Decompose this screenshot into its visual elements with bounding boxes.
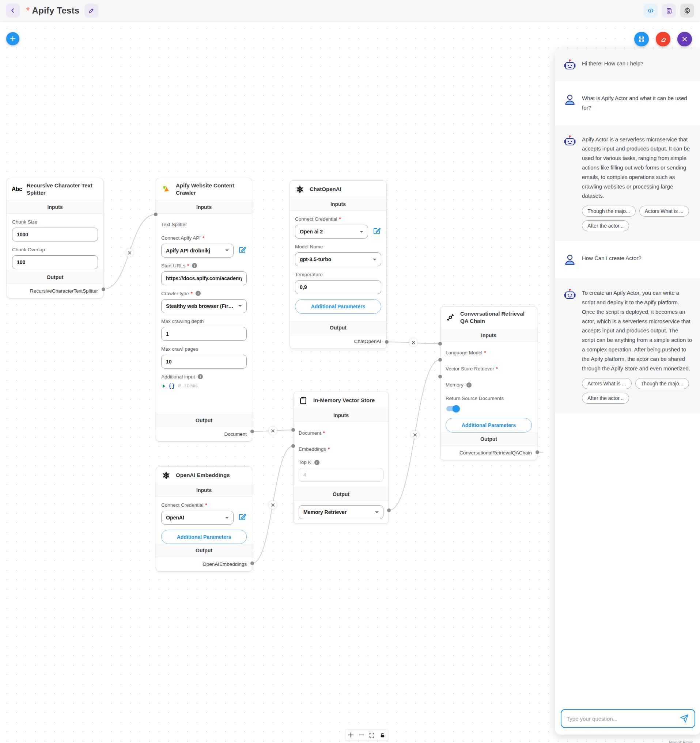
document-port-label: Document — [299, 430, 321, 436]
source-chip[interactable]: Though the majo... — [582, 206, 636, 217]
input-handle-language-model[interactable] — [438, 342, 442, 346]
send-message-button[interactable] — [679, 713, 690, 724]
input-handle-embeddings[interactable] — [291, 444, 295, 448]
zoom-in-button[interactable] — [347, 731, 355, 739]
lock-button[interactable] — [379, 731, 387, 739]
output-handle-memory-retriever[interactable] — [387, 509, 391, 512]
fit-view-button[interactable] — [368, 731, 376, 739]
save-icon — [666, 7, 673, 14]
chat-question-input[interactable] — [567, 716, 679, 722]
temperature-input[interactable] — [295, 280, 381, 294]
top-k-input[interactable] — [299, 468, 383, 482]
required-marker: * — [328, 446, 330, 452]
close-icon — [682, 36, 688, 42]
chunk-overlap-input[interactable] — [12, 255, 98, 269]
info-icon: i — [466, 382, 472, 388]
clear-chat-button[interactable] — [656, 32, 670, 46]
temperature-label: Temperature — [295, 272, 323, 277]
node-title: ChatOpenAI — [310, 186, 341, 193]
message-text: Hi there! How can I help? — [582, 59, 692, 68]
inputs-section-header: Inputs — [156, 201, 252, 214]
chat-input-area — [555, 709, 700, 735]
source-chip[interactable]: After the actor... — [582, 393, 629, 404]
max-crawl-pages-input[interactable] — [161, 355, 247, 369]
node-in-memory-vector-store[interactable]: In-Memory Vector Store Inputs Document* … — [293, 392, 389, 524]
vector-store-output-select[interactable]: Memory Retriever — [299, 505, 383, 519]
input-handle-document[interactable] — [291, 428, 295, 432]
plus-icon — [10, 36, 16, 41]
delete-edge-button[interactable] — [268, 501, 277, 509]
source-chip[interactable]: Though the majo... — [635, 378, 689, 389]
model-name-select[interactable]: gpt-3.5-turbo — [295, 252, 381, 266]
eraser-icon — [660, 36, 667, 43]
apify-api-credential-select[interactable]: Apify API drobnikj — [161, 244, 234, 258]
view-code-button[interactable] — [644, 4, 658, 18]
expand-chat-button[interactable] — [634, 32, 649, 46]
tree-expand-icon[interactable] — [163, 384, 165, 388]
reset-flow-link[interactable]: Reset Flow — [669, 740, 693, 743]
output-handle-conversationalretrievalqachain[interactable] — [535, 450, 539, 454]
output-handle-openaiembeddings[interactable] — [251, 561, 254, 565]
edit-title-button[interactable] — [85, 4, 98, 18]
start-urls-label: Start URLs — [161, 263, 185, 268]
node-recursive-character-text-splitter[interactable]: Abc Recursive Character Text Splitter In… — [7, 178, 104, 299]
delete-edge-button[interactable] — [125, 249, 133, 257]
edit-credential-button[interactable] — [238, 246, 247, 256]
close-chat-button[interactable] — [677, 32, 692, 46]
input-handle-text-splitter[interactable] — [154, 213, 157, 216]
zoom-out-button[interactable] — [357, 731, 366, 739]
chunk-size-input[interactable] — [12, 228, 98, 241]
fit-view-icon — [369, 733, 375, 738]
node-title: Conversational Retrieval QA Chain — [460, 310, 532, 325]
required-marker: * — [496, 366, 498, 372]
input-handle-memory[interactable] — [438, 375, 442, 379]
message-text: To create an Apify Actor, you can write … — [582, 288, 692, 373]
source-chip[interactable]: Actors What is ... — [639, 206, 689, 217]
flow-canvas[interactable]: Abc Recursive Character Text Splitter In… — [0, 21, 700, 743]
gear-icon — [684, 7, 691, 14]
pencil-icon — [88, 7, 95, 14]
delete-edge-button[interactable] — [411, 431, 419, 439]
chunk-size-label: Chunk Size — [12, 219, 37, 225]
node-apify-website-content-crawler[interactable]: Apify Website Content Crawler Inputs Tex… — [156, 178, 252, 442]
back-button[interactable] — [6, 4, 20, 18]
delete-edge-button[interactable] — [268, 427, 277, 435]
output-handle-document[interactable] — [251, 429, 254, 433]
output-anchor-label: RecursiveCharacterTextSplitter — [7, 284, 103, 298]
settings-button[interactable] — [680, 4, 694, 18]
edit-credential-button[interactable] — [238, 512, 247, 523]
chevron-down-icon — [225, 250, 229, 251]
output-handle-recursivecharactertextsplitter[interactable] — [102, 287, 105, 291]
edit-pencil-icon — [238, 512, 247, 521]
output-handle-chatopenai[interactable] — [385, 340, 389, 344]
node-conversational-retrieval-qa-chain[interactable]: Conversational Retrieval QA Chain Inputs… — [440, 306, 537, 460]
flow-title-text: Apify Tests — [32, 6, 80, 15]
apify-logo-icon — [161, 185, 171, 194]
max-crawling-depth-input[interactable] — [161, 327, 247, 341]
language-model-port-label: Language Model — [446, 350, 482, 355]
send-icon — [680, 714, 689, 723]
openai-credential-select[interactable]: Open ai 2 — [295, 225, 368, 238]
save-flow-button[interactable] — [662, 4, 676, 18]
add-node-button[interactable] — [6, 32, 19, 45]
user-message: How Can I create Actor? — [555, 241, 700, 278]
node-openai-embeddings[interactable]: OpenAI Embeddings Inputs Connect Credent… — [156, 466, 252, 572]
node-chatopenai[interactable]: ChatOpenAI Inputs Connect Credential* Op… — [289, 181, 387, 349]
additional-parameters-button[interactable]: Additional Parameters — [446, 418, 532, 432]
return-source-documents-toggle[interactable] — [446, 406, 459, 411]
source-chip[interactable]: After the actor... — [582, 220, 629, 231]
memory-card-icon — [299, 396, 308, 405]
start-urls-input[interactable] — [161, 271, 247, 285]
edit-credential-button[interactable] — [372, 226, 381, 237]
required-marker: * — [484, 350, 486, 355]
crawler-type-select[interactable]: Stealthy web browser (Firef... — [161, 299, 247, 313]
additional-input-json-tree[interactable]: {} 0 items — [161, 383, 247, 389]
chevron-down-icon — [373, 259, 377, 260]
source-chip[interactable]: Actors What is ... — [582, 378, 632, 389]
openai-credential-select[interactable]: OpenAI — [161, 511, 234, 525]
additional-parameters-button[interactable]: Additional Parameters — [161, 530, 247, 544]
input-handle-vector-store-retriever[interactable] — [438, 358, 442, 362]
memory-port-label: Memory — [446, 382, 464, 388]
additional-parameters-button[interactable]: Additional Parameters — [295, 299, 381, 314]
delete-edge-button[interactable] — [409, 338, 417, 346]
